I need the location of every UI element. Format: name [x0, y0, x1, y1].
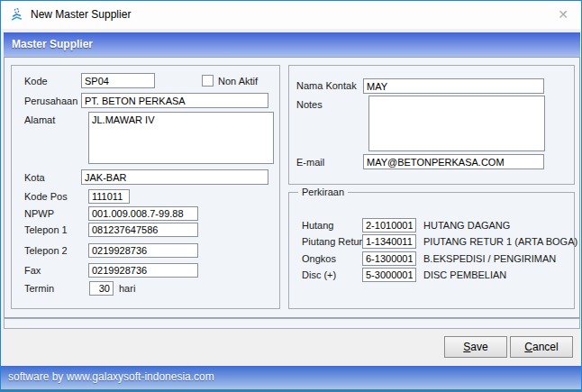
npwp-input[interactable]	[88, 206, 198, 221]
non-aktif-checkbox[interactable]	[202, 75, 214, 87]
dialog-window: New Master Supplier ✕ Master Supplier Pe…	[0, 0, 582, 392]
save-button[interactable]: Save	[444, 336, 507, 358]
perusahaan-label: Perusahaan	[24, 96, 77, 106]
disc-account-input[interactable]	[362, 268, 416, 282]
cancel-button[interactable]: Cancel	[510, 336, 573, 358]
kode-pos-label: Kode Pos	[24, 191, 68, 202]
non-aktif-label: Non Aktif	[218, 76, 258, 87]
alamat-textarea[interactable]	[88, 112, 274, 164]
form-header-bar: Master Supplier	[4, 32, 580, 57]
close-icon[interactable]: ✕	[553, 5, 573, 24]
form-header-title: Master Supplier	[12, 32, 580, 57]
hutang-account-desc: HUTANG DAGANG	[423, 220, 510, 231]
status-bar: software by www.galaxysoft-indonesia.com	[1, 366, 581, 391]
notes-label: Notes	[296, 99, 323, 110]
kode-label: Kode	[24, 76, 48, 87]
kode-input[interactable]	[81, 73, 155, 88]
alamat-label: Alamat	[24, 114, 55, 125]
termin-label: Termin	[24, 283, 54, 294]
content-panel: Perkiraan Kode Non Aktif Perusahaan Alam…	[4, 57, 580, 318]
email-label: E-mail	[296, 157, 324, 168]
save-button-label: Save	[445, 337, 506, 357]
separator-strip	[4, 318, 580, 329]
fax-label: Fax	[24, 265, 41, 276]
kota-label: Kota	[24, 172, 45, 183]
piutang-retur-label: Piutang Retur	[302, 236, 362, 247]
app-icon	[9, 7, 24, 23]
perkiraan-group-caption: Perkiraan	[298, 187, 348, 197]
kode-pos-input[interactable]	[88, 189, 130, 204]
piutang-retur-account-input[interactable]	[362, 234, 416, 249]
telepon1-label: Telepon 1	[24, 224, 68, 235]
telepon1-input[interactable]	[88, 223, 198, 237]
status-bar-text: software by www.galaxysoft-indonesia.com	[8, 366, 581, 388]
ongkos-label: Ongkos	[302, 253, 336, 264]
nama-kontak-input[interactable]	[363, 78, 544, 94]
disc-account-desc: DISC PEMBELIAN	[423, 269, 506, 280]
cancel-button-label: Cancel	[511, 337, 572, 357]
termin-input[interactable]	[89, 281, 114, 296]
ongkos-account-input[interactable]	[362, 251, 416, 266]
hutang-label: Hutang	[302, 220, 333, 231]
titlebar: New Master Supplier ✕	[1, 1, 581, 29]
npwp-label: NPWP	[24, 208, 54, 219]
fax-input[interactable]	[88, 263, 198, 278]
nama-kontak-label: Nama Kontak	[296, 80, 357, 91]
email-input[interactable]	[363, 154, 544, 169]
telepon2-label: Telepon 2	[24, 245, 68, 256]
ongkos-account-desc: B.EKSPEDISI / PENGIRIMAN	[423, 253, 556, 264]
window-title: New Master Supplier	[31, 8, 131, 21]
kota-input[interactable]	[81, 169, 268, 185]
perkiraan-group	[288, 192, 575, 309]
disc-label: Disc (+)	[302, 269, 336, 280]
piutang-retur-account-desc: PIUTANG RETUR 1 (ARTA BOGA)	[423, 236, 577, 247]
termin-suffix: hari	[119, 283, 135, 294]
notes-textarea[interactable]	[368, 96, 545, 151]
telepon2-input[interactable]	[88, 243, 198, 258]
hutang-account-input[interactable]	[362, 218, 416, 232]
perusahaan-input[interactable]	[81, 93, 268, 108]
